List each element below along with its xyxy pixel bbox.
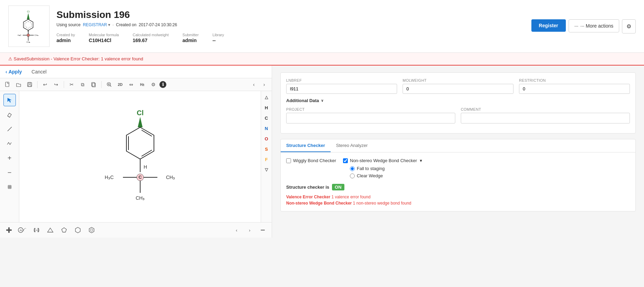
chevron-down-icon: ∨ xyxy=(321,99,323,102)
header-info: Submission 196 Using source REGISTRAR ▾ … xyxy=(56,9,524,43)
wiggly-bond-checkbox[interactable] xyxy=(286,158,291,163)
svg-marker-58 xyxy=(62,228,66,232)
zoom-in-icon[interactable] xyxy=(3,224,15,236)
comment-input[interactable] xyxy=(461,113,630,123)
clear-wedge-option[interactable]: Clear Wedge xyxy=(350,173,422,178)
new-file-icon[interactable] xyxy=(3,80,12,89)
fall-to-staging-radio[interactable] xyxy=(350,166,355,171)
restriction-input[interactable] xyxy=(519,84,630,94)
form-row-1: LnbRef Molweight Restriction xyxy=(286,78,630,94)
checker-tabs: Structure Checker Stereo Analyzer xyxy=(281,139,635,152)
nav-up-icon[interactable]: △ xyxy=(262,92,271,102)
cancel-button[interactable]: Cancel xyxy=(28,66,51,78)
svg-text:H: H xyxy=(144,164,147,170)
paste-icon[interactable] xyxy=(89,80,98,89)
additional-data-toggle[interactable]: Additional Data ∨ xyxy=(286,98,630,103)
triangle-icon[interactable] xyxy=(44,224,56,236)
svg-text:CH₃: CH₃ xyxy=(135,195,144,201)
bottom-nav-next[interactable]: › xyxy=(243,224,256,236)
register-button[interactable]: Register xyxy=(531,19,566,32)
toolbar-sep-3 xyxy=(101,81,102,88)
zoom-out-icon[interactable] xyxy=(257,224,269,236)
svg-rect-62 xyxy=(261,230,265,230)
save-icon[interactable] xyxy=(25,80,34,89)
bottom-nav-group: ‹ › xyxy=(230,224,269,236)
atom-N[interactable]: N xyxy=(262,123,271,133)
align-icon[interactable]: ⇔ xyxy=(126,80,136,89)
chevron-left-icon: ‹ xyxy=(6,69,7,75)
svg-marker-3 xyxy=(25,21,32,28)
atom-O[interactable]: O xyxy=(262,134,271,144)
restriction-label: Restriction xyxy=(519,78,630,82)
nav-next-icon[interactable]: › xyxy=(259,80,269,89)
pentagon-icon[interactable] xyxy=(58,224,70,236)
svg-marker-1 xyxy=(27,13,30,19)
undo-icon[interactable]: ↩ xyxy=(40,80,50,89)
nav-down-icon[interactable]: ▽ xyxy=(262,165,271,175)
project-select[interactable] xyxy=(286,113,455,123)
sgroup-icon[interactable]: H xyxy=(30,224,43,236)
svg-line-27 xyxy=(8,127,12,131)
non-stereo-checkbox[interactable] xyxy=(343,158,348,163)
atom-S[interactable]: S xyxy=(262,144,271,154)
field-created-by: Created by admin xyxy=(56,33,75,43)
gear-settings-button[interactable]: ⚙ xyxy=(622,19,636,33)
nav-prev-icon[interactable]: ‹ xyxy=(249,80,259,89)
project-field: Project xyxy=(286,107,455,123)
comment-label: Comment xyxy=(461,107,630,111)
grid-tool[interactable] xyxy=(3,181,16,193)
eraser-tool[interactable] xyxy=(3,108,16,121)
tab-structure-checker[interactable]: Structure Checker xyxy=(281,139,331,152)
benzene-icon[interactable] xyxy=(85,224,98,236)
bottom-nav-prev[interactable]: ‹ xyxy=(230,224,243,236)
svg-text:..: .. xyxy=(25,227,27,229)
svg-rect-18 xyxy=(28,85,31,87)
molweight-input[interactable] xyxy=(403,84,513,94)
field-submitter-label: Submitter xyxy=(183,33,199,37)
bond-tool[interactable] xyxy=(3,123,16,135)
source-value[interactable]: REGISTRAR xyxy=(83,22,107,27)
hexagon-icon[interactable] xyxy=(72,224,84,236)
settings-toolbar-icon[interactable]: ⚙ xyxy=(148,80,158,89)
editor-top-toolbar: ‹ Apply Cancel xyxy=(0,66,272,78)
non-stereo-dropdown-icon[interactable]: ▾ xyxy=(420,158,422,163)
lnbref-input[interactable] xyxy=(286,84,397,94)
tab-stereo-analyzer[interactable]: Stereo Analyzer xyxy=(331,139,373,152)
field-submitter-value: admin xyxy=(183,38,197,43)
svg-marker-60 xyxy=(89,227,94,233)
svg-text:CH₃: CH₃ xyxy=(166,175,175,180)
zoom-reset-icon[interactable] xyxy=(104,80,114,89)
svg-marker-36 xyxy=(126,127,154,159)
field-mol-formula-value: C10H14Cl xyxy=(89,38,111,43)
more-actions-button[interactable]: ··· ··· More actions xyxy=(569,19,619,32)
2d-icon[interactable]: 2D xyxy=(115,80,125,89)
clear-wedge-radio[interactable] xyxy=(350,174,355,178)
plus-tool[interactable]: + xyxy=(3,152,16,164)
info-icon[interactable]: ℹ xyxy=(159,81,166,88)
select-tool[interactable] xyxy=(3,94,16,106)
chain-tool[interactable] xyxy=(3,137,16,150)
atom-H[interactable]: H xyxy=(262,103,271,112)
molecule-canvas[interactable]: Cl H xyxy=(19,91,261,222)
fall-to-staging-option[interactable]: Fall to staging xyxy=(350,166,422,171)
field-created-by-label: Created by xyxy=(56,33,75,37)
minus-tool[interactable]: − xyxy=(3,166,16,179)
error-1-detail: 1 valence error found xyxy=(331,195,370,199)
non-stereo-option[interactable]: Non-stereo Wedge Bond Checker ▾ xyxy=(343,158,422,163)
header-actions: Register ··· ··· More actions ⚙ xyxy=(531,19,636,33)
svg-rect-15 xyxy=(6,82,9,87)
redo-icon[interactable]: ↪ xyxy=(51,80,61,89)
open-file-icon[interactable] xyxy=(14,80,23,89)
wiggly-bond-option[interactable]: Wiggly Bond Checker xyxy=(286,158,336,163)
svg-text:H: H xyxy=(36,229,38,231)
cut-icon[interactable]: ✂ xyxy=(67,80,76,89)
copy-icon[interactable]: ⧉ xyxy=(78,80,87,89)
atom-C[interactable]: C xyxy=(262,113,271,123)
atom-F[interactable]: F xyxy=(262,155,271,164)
form-section: LnbRef Molweight Restriction Additional … xyxy=(280,72,636,133)
apply-button[interactable]: ‹ Apply xyxy=(0,66,28,78)
lnbref-field: LnbRef xyxy=(286,78,397,94)
field-molweight-value: 169.67 xyxy=(133,38,147,43)
hcount-icon[interactable]: H± xyxy=(137,80,147,89)
atom-list-icon[interactable]: ALK.. xyxy=(17,224,29,236)
